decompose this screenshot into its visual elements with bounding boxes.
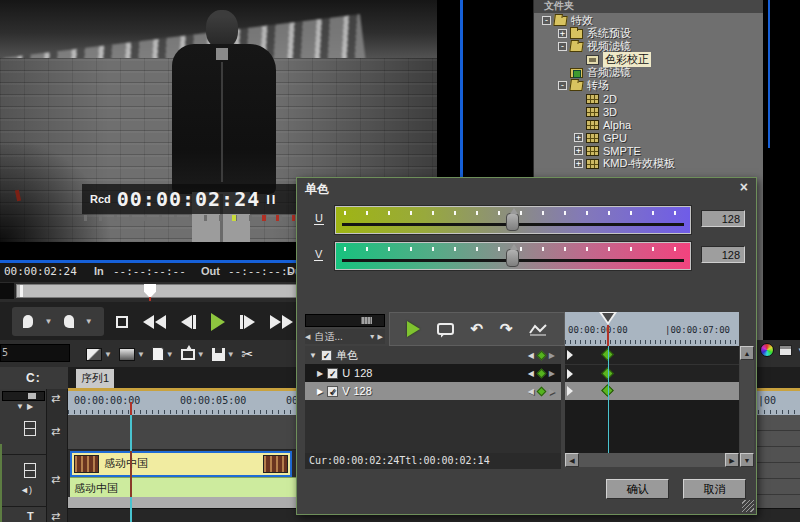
fit-mode-dropdown[interactable]: ◀ 自适... ▼ ▶ <box>305 329 385 344</box>
transition-tool-button[interactable]: ▼ <box>86 348 112 361</box>
kf-track-u[interactable] <box>565 364 739 382</box>
redo-button[interactable]: ↷ <box>500 322 513 336</box>
expand-toggle-icon[interactable]: + <box>574 159 583 168</box>
set-out-point-icon[interactable] <box>64 315 74 328</box>
audio-clip[interactable]: 感动中国 <box>70 477 298 497</box>
row-enabled-checkbox[interactable]: ✓ <box>321 350 332 361</box>
keyframe-zoom-slider[interactable] <box>305 314 385 327</box>
save-button[interactable]: ▼ <box>212 348 235 361</box>
comment-button[interactable] <box>437 323 454 335</box>
expand-toggle-icon[interactable]: + <box>558 29 567 38</box>
collapse-toggle-icon[interactable]: - <box>542 16 551 25</box>
scroll-left-button[interactable]: ◀ <box>565 453 579 467</box>
kf-vertical-scrollbar[interactable]: ▲ ▼ <box>740 346 754 467</box>
collapse-toggle-icon[interactable]: - <box>558 81 567 90</box>
next-keyframe-icon[interactable]: ▶ <box>549 369 555 378</box>
track-height-slider[interactable] <box>2 391 45 401</box>
v-slider-thumb[interactable] <box>506 249 519 267</box>
patch-swap-icon[interactable]: ⇄ <box>51 510 60 522</box>
keyframe-ruler[interactable]: 00:00:00:00 |00:00:07:00 <box>565 312 739 346</box>
tree-item-system-presets[interactable]: + 系统预设 <box>534 27 763 40</box>
audio-track-speaker-icon[interactable]: ◄) <box>20 485 32 495</box>
dropdown-right-arrow-icon[interactable]: ▶ <box>378 333 383 341</box>
kf-track-monochrome[interactable] <box>565 346 739 364</box>
confirm-button[interactable]: 确认 <box>606 479 669 499</box>
dialog-titlebar[interactable]: 单色 × <box>297 178 756 198</box>
set-in-point-icon[interactable] <box>23 315 33 328</box>
patch-swap-icon[interactable]: ⇄ <box>51 425 60 438</box>
resize-grip[interactable] <box>742 500 754 512</box>
row-enabled-checkbox[interactable]: ✓ <box>327 368 338 379</box>
u-value-field[interactable]: 128 <box>701 210 745 227</box>
add-keyframe-icon[interactable] <box>536 350 546 360</box>
tree-item-alpha[interactable]: Alpha <box>534 118 763 131</box>
add-keyframe-icon[interactable] <box>536 368 546 378</box>
title-track-icon[interactable]: T <box>27 510 34 522</box>
collapse-toggle-icon[interactable]: - <box>558 42 567 51</box>
prev-keyframe-icon[interactable]: ◀ <box>528 387 534 396</box>
tree-item-color-correction[interactable]: 色彩校正 <box>534 53 763 66</box>
expand-toggle-icon[interactable]: + <box>574 146 583 155</box>
curve-editor-icon[interactable] <box>529 323 547 336</box>
next-keyframe-icon[interactable]: ▶ <box>549 351 555 360</box>
kf-horizontal-scrollbar[interactable]: ◀ ▶ <box>565 453 739 467</box>
cut-tool-icon[interactable]: ✂ <box>242 346 254 362</box>
color-wheel-icon[interactable] <box>760 343 774 357</box>
window-layout-icon[interactable] <box>779 345 792 356</box>
prev-keyframe-icon[interactable]: ◀ <box>528 369 534 378</box>
snap-magnet-toggle[interactable]: C: <box>0 367 68 389</box>
tree-item-transitions[interactable]: - 转场 <box>534 79 763 92</box>
v-value-field[interactable]: 128 <box>701 246 745 263</box>
new-sequence-button[interactable]: ▼ <box>152 347 174 361</box>
row-enabled-checkbox[interactable]: ✓ <box>327 386 338 397</box>
tree-item-3d[interactable]: 3D <box>534 105 763 118</box>
scroll-right-button[interactable]: ▶ <box>725 453 739 467</box>
kf-track-v-selected[interactable] <box>565 382 739 400</box>
scroll-up-button[interactable]: ▲ <box>740 346 754 360</box>
row-expand-icon[interactable]: ▶ <box>317 369 323 378</box>
keyframe-play-button[interactable] <box>407 321 420 337</box>
in-point-dropdown-icon[interactable]: ▼ <box>44 317 52 326</box>
previous-frame-button[interactable] <box>181 315 196 329</box>
u-slider-thumb[interactable] <box>506 213 519 231</box>
undo-button[interactable]: ↶ <box>470 322 483 336</box>
video-track-icon[interactable] <box>24 463 36 478</box>
prev-keyframe-icon[interactable]: ◀ <box>528 351 534 360</box>
kf-row-v-selected[interactable]: ▶ ✓ V 128 ◀ ▶ <box>305 382 561 400</box>
track-collapse-arrows[interactable]: ▼▶ <box>16 402 36 411</box>
patch-swap-icon[interactable]: ⇄ <box>51 392 60 405</box>
kf-row-u[interactable]: ▶ ✓ U 128 ◀ ▶ <box>305 364 561 382</box>
u-color-slider[interactable] <box>335 206 691 234</box>
expand-toggle-icon[interactable]: + <box>574 133 583 142</box>
fast-forward-button[interactable] <box>270 315 293 329</box>
v-color-slider[interactable] <box>335 242 691 270</box>
tree-item-audio-filters[interactable]: 音频滤镜 <box>534 66 763 79</box>
out-point-dropdown-icon[interactable]: ▼ <box>85 317 93 326</box>
scroll-down-button[interactable]: ▼ <box>740 453 754 467</box>
next-keyframe-icon[interactable]: ▶ <box>549 387 555 396</box>
tree-item-effects[interactable]: - 特效 <box>534 14 763 27</box>
clip-thumbnail <box>74 455 99 473</box>
add-keyframe-icon[interactable] <box>536 386 546 396</box>
tree-item-2d[interactable]: 2D <box>534 92 763 105</box>
close-icon[interactable]: × <box>740 179 748 195</box>
dropdown-caret-icon[interactable]: ▼ <box>369 333 376 340</box>
export-button[interactable]: ▼ <box>181 349 205 360</box>
row-collapse-icon[interactable]: ▼ <box>309 351 317 360</box>
sequence-tab[interactable]: 序列1 <box>76 369 114 388</box>
row-expand-icon[interactable]: ▶ <box>317 387 323 396</box>
play-button[interactable] <box>211 313 225 331</box>
video-track-icon[interactable] <box>24 421 36 436</box>
tree-item-kmd-template[interactable]: + KMD-特效模板 <box>534 157 763 170</box>
patch-swap-icon[interactable]: ⇄ <box>51 473 60 486</box>
kf-row-monochrome[interactable]: ▼ ✓ 单色 ◀ ▶ <box>305 346 561 364</box>
stop-button[interactable] <box>116 316 128 328</box>
fade-tool-button[interactable]: ▼ <box>119 348 145 361</box>
video-scene-person-head <box>206 10 238 48</box>
transition-grid-icon <box>586 120 599 130</box>
rewind-button[interactable] <box>143 315 166 329</box>
cancel-button[interactable]: 取消 <box>683 479 746 499</box>
tree-item-gpu[interactable]: + GPU <box>534 131 763 144</box>
video-clip[interactable]: 感动中国 <box>70 451 292 477</box>
next-frame-button[interactable] <box>240 315 255 329</box>
